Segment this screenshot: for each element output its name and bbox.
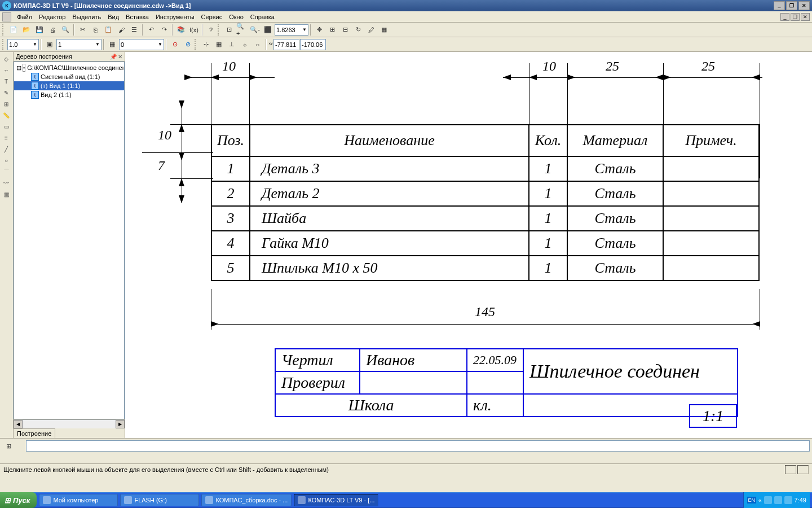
menu-Выделить[interactable]: Выделить <box>69 12 104 21</box>
taskbar-button[interactable]: FLASH (G:) <box>120 494 199 506</box>
save-icon[interactable]: 💾 <box>33 24 46 36</box>
zoom-all-icon[interactable]: ⊡ <box>223 24 235 36</box>
toolbar-grip[interactable] <box>218 24 221 36</box>
select-icon[interactable]: ▭ <box>0 121 12 132</box>
doc-close[interactable]: ✕ <box>801 13 810 21</box>
menu-Инструменты[interactable]: Инструменты <box>152 12 198 21</box>
tray-icon[interactable] <box>784 496 792 504</box>
open-icon[interactable]: 📂 <box>20 24 33 36</box>
text-icon[interactable]: Т <box>0 76 12 87</box>
zoom-prev-icon[interactable]: ⊞ <box>326 24 338 36</box>
views-icon[interactable]: ▦ <box>106 38 118 51</box>
vars-icon[interactable]: f(x) <box>188 24 200 36</box>
layer-combo[interactable]: 1▼ <box>56 39 102 50</box>
tray-icon[interactable] <box>774 496 782 504</box>
zoom-window-icon[interactable]: ⬛ <box>262 24 274 36</box>
ortho-icon[interactable]: ⊥ <box>226 38 238 51</box>
start-button[interactable]: ⊞Пуск <box>0 492 37 508</box>
magnet-on-icon[interactable]: ⊙ <box>169 38 181 51</box>
system-tray[interactable]: EN « 7:49 <box>743 492 810 508</box>
paste-icon[interactable]: 📋 <box>102 24 114 36</box>
print-icon[interactable]: 🖨 <box>46 24 59 36</box>
arc-icon[interactable]: ⌒ <box>0 166 12 177</box>
menu-Вставка[interactable]: Вставка <box>122 12 152 21</box>
toolbar-grip[interactable] <box>195 39 198 50</box>
new-icon[interactable]: 📄 <box>7 24 20 36</box>
tree-hscroll[interactable]: ◀ ▶ <box>14 419 125 428</box>
line-style-combo[interactable]: 1.0▼ <box>7 39 39 50</box>
circle-icon[interactable]: ○ <box>0 155 12 166</box>
tree-item[interactable]: tСистемный вид (1:1) <box>14 72 124 81</box>
shade-icon[interactable]: ▦ <box>378 24 390 36</box>
redo-icon[interactable]: ↷ <box>158 24 170 36</box>
zoom-out-icon[interactable]: 🔍- <box>249 24 261 36</box>
scroll-right-icon[interactable]: ▶ <box>116 420 125 428</box>
spec-icon[interactable]: ≡ <box>0 132 12 143</box>
hatch-icon[interactable]: ▨ <box>0 189 12 200</box>
tree-item[interactable]: tВид 2 (1:1) <box>14 90 124 99</box>
props-icon[interactable]: ☰ <box>128 24 140 36</box>
canvas[interactable]: 10 10 25 25 10 7 По <box>125 52 812 438</box>
tree-item[interactable]: t(т) Вид 1 (1:1) <box>14 81 124 90</box>
menu-Редактор[interactable]: Редактор <box>36 12 69 21</box>
line-icon[interactable]: ╱ <box>0 143 12 155</box>
menu-Файл[interactable]: Файл <box>14 12 36 21</box>
library-icon[interactable]: 📚 <box>175 24 187 36</box>
tray-expand-icon[interactable]: « <box>758 497 762 503</box>
zoom-combo[interactable]: 1.8263▼ <box>275 24 308 36</box>
menu-Справка[interactable]: Справка <box>247 12 278 21</box>
grid-icon[interactable]: ▦ <box>213 38 225 51</box>
doc-restore[interactable]: ❐ <box>791 13 800 21</box>
tb-drew-label: Чертил <box>275 349 360 371</box>
zoom-in-icon[interactable]: 🔍+ <box>236 24 248 36</box>
taskbar-button[interactable]: Мой компьютер <box>39 494 118 506</box>
zoom-next-icon[interactable]: ⊟ <box>339 24 351 36</box>
snap3-icon[interactable]: ↔ <box>251 38 264 51</box>
view-combo[interactable]: 0▼ <box>119 39 164 50</box>
command-input[interactable] <box>26 440 810 452</box>
param-icon[interactable]: ⊞ <box>0 98 12 110</box>
tree-body[interactable]: ⊟▫G:\КОМПАС\Шпилечное соединен tСистемны… <box>14 62 125 419</box>
undo-icon[interactable]: ↶ <box>145 24 157 36</box>
pan-icon[interactable]: ✥ <box>313 24 325 36</box>
dim-icon[interactable]: ↔ <box>0 64 12 76</box>
cut-icon[interactable]: ✂ <box>76 24 89 36</box>
menu-Сервис[interactable]: Сервис <box>198 12 226 21</box>
doc-minimize[interactable]: _ <box>780 13 789 21</box>
refresh-icon[interactable]: ↻ <box>352 24 364 36</box>
tree-close-icon[interactable]: ✕ <box>118 54 122 60</box>
prop-icon1[interactable]: ⊞ <box>2 440 15 452</box>
coord-x[interactable] <box>273 39 299 50</box>
redraw-icon[interactable]: 🖊 <box>365 24 377 36</box>
taskbar-button[interactable]: КОМПАС-3D LT V9 - [... <box>294 494 378 506</box>
preview-icon[interactable]: 🔍 <box>59 24 72 36</box>
tray-icon[interactable] <box>764 496 772 504</box>
close-button[interactable]: ✕ <box>798 1 810 10</box>
snap2-icon[interactable]: ⟐ <box>239 38 251 51</box>
scroll-left-icon[interactable]: ◀ <box>14 420 23 428</box>
spline-icon[interactable]: 〰 <box>0 177 12 189</box>
lang-indicator[interactable]: EN <box>747 497 757 503</box>
view-icon: t <box>31 73 39 81</box>
brush-icon[interactable]: 🖌 <box>115 24 127 36</box>
layers-icon[interactable]: ▣ <box>43 38 56 51</box>
taskbar-button[interactable]: КОМПАС_сборка.doc - ... <box>201 494 292 506</box>
toolbar-grip[interactable] <box>2 24 6 36</box>
tree-root[interactable]: ⊟▫G:\КОМПАС\Шпилечное соединен <box>14 63 124 72</box>
clock[interactable]: 7:49 <box>795 497 806 503</box>
geometry-icon[interactable]: ◇ <box>0 53 12 64</box>
menu-Окно[interactable]: Окно <box>226 12 247 21</box>
restore-button[interactable]: ❐ <box>786 1 797 10</box>
tree-tab[interactable]: Построение <box>14 428 55 438</box>
menu-Вид[interactable]: Вид <box>104 12 122 21</box>
measure-icon[interactable]: 📏 <box>0 110 12 121</box>
help-icon[interactable]: ? <box>205 24 217 36</box>
magnet-off-icon[interactable]: ⊘ <box>182 38 194 51</box>
copy-icon[interactable]: ⎘ <box>89 24 102 36</box>
toolbar-grip[interactable] <box>2 39 6 50</box>
pin-icon[interactable]: 📌 <box>110 54 117 60</box>
minimize-button[interactable]: _ <box>774 1 785 10</box>
edit-icon[interactable]: ✎ <box>0 87 12 98</box>
snap-icon[interactable]: ⊹ <box>200 38 212 51</box>
coord-y[interactable] <box>300 39 326 50</box>
